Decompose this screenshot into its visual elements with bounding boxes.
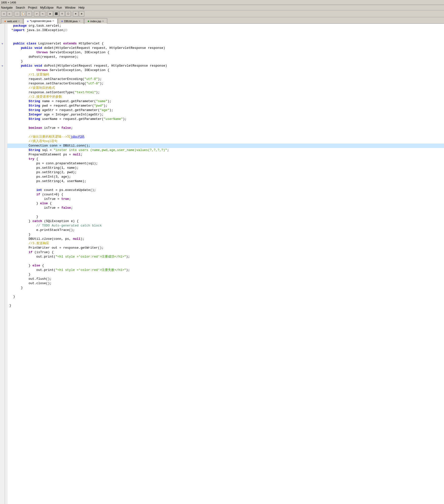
code-line-56: out.print("<h1 style ='color:red'>注册失败</…	[7, 268, 444, 272]
code-line-27: //插入语句sql语句	[7, 139, 444, 144]
code-line-59: out.close();	[7, 281, 444, 286]
tab-loginservlet[interactable]: ◈ *Loginservlet.java ✕	[24, 18, 57, 24]
toolbar-btn-10[interactable]: ▽	[59, 11, 65, 17]
toolbar: ◁ ▷ ⬚ 📋 ✂ ↩ ↪ ▶ ⬛ ▽ ⬡ ⊕ ⊗	[0, 10, 444, 17]
tab-web-xml-icon: ◈	[4, 20, 6, 22]
code-line-10: public void doPost(HttpServletRequest re…	[7, 64, 444, 68]
tab-index-jsp[interactable]: ◈ index.jsp ✕	[84, 18, 107, 24]
code-line-13: request.setCharacterEncoding("utf-8");	[7, 77, 444, 81]
code-editor[interactable]: package org.task.servlet; *import java.i…	[7, 24, 444, 504]
code-line-4	[7, 37, 444, 41]
menu-window[interactable]: Window	[65, 6, 75, 9]
code-line-46: // TODO Auto-generated catch block	[7, 224, 444, 228]
title-text: 1805 × 1406	[1, 1, 16, 4]
toolbar-btn-13[interactable]: ⊗	[79, 11, 84, 17]
code-line-42: isTrue = false;	[7, 206, 444, 210]
toolbar-btn-1[interactable]: ◁	[1, 11, 6, 17]
code-line-53: out.print("<h1 style ='color:red'>注册成功</…	[7, 255, 444, 259]
tab-loginservlet-label: *Loginservlet.java	[30, 19, 51, 22]
code-line-26: //做出注册的相关逻辑-->写jdbc代码	[7, 135, 444, 139]
gutter: ▽ ▽	[0, 24, 5, 504]
menu-bar: Navigate Search Project MyEclipse Run Wi…	[0, 5, 444, 10]
tab-web-xml[interactable]: ◈ web.xml ✕	[1, 18, 23, 24]
code-line-12: //1.设置编码	[7, 73, 444, 77]
code-line-29: String sql = "inster into users (name,pw…	[7, 148, 444, 152]
code-line-47: e.printStackTrace();	[7, 228, 444, 232]
code-line-16: response.setContentType("text/html");	[7, 90, 444, 95]
fold-marker-dopost: ▽	[0, 64, 5, 68]
toolbar-btn-9[interactable]: ⬛	[53, 11, 59, 17]
toolbar-btn-11[interactable]: ⬡	[65, 11, 71, 17]
tab-web-xml-close[interactable]: ✕	[18, 20, 20, 22]
code-line-64: }	[7, 303, 444, 308]
code-line-11: throws ServletException, IOException {	[7, 68, 444, 73]
code-line-60: }	[7, 286, 444, 290]
toolbar-sep-1	[13, 11, 14, 16]
code-line-55: } else {	[7, 263, 444, 268]
toolbar-sep-3	[46, 11, 47, 16]
menu-myeclipse[interactable]: MyEclipse	[40, 6, 54, 9]
code-line-41: } else {	[7, 201, 444, 206]
code-line-8: doPost(request, response);	[7, 55, 444, 59]
code-line-62: }	[7, 295, 444, 299]
tab-loginservlet-close[interactable]: ✕	[52, 20, 54, 22]
fold-marker-class: ▽	[0, 41, 5, 46]
code-line-49: DBUtil.close(conn, ps, null);	[7, 237, 444, 241]
toolbar-btn-4[interactable]: 📋	[20, 11, 26, 17]
code-line-9: }	[7, 59, 444, 64]
code-line-6: public void doGet(HttpServletRequest req…	[7, 46, 444, 50]
menu-project[interactable]: Project	[28, 6, 37, 9]
toolbar-btn-2[interactable]: ▷	[7, 11, 12, 17]
code-line-32: ps = conn.prepareStatement(sql);	[7, 161, 444, 166]
menu-run[interactable]: Run	[56, 6, 62, 9]
code-line-24: boolean isTrue = false;	[7, 126, 444, 130]
breakpoint-gutter	[5, 24, 7, 504]
code-line-3	[7, 33, 444, 37]
code-line-19: String pwd = request.getParameter("pwd")…	[7, 104, 444, 108]
code-line-38: int count = ps.executeUpdate();	[7, 188, 444, 192]
code-line-51: PrintWriter out = response.getWriter();	[7, 246, 444, 250]
code-line-14: response.setCharacterEncoding("utf-8");	[7, 81, 444, 86]
code-line-39: if (count>0) {	[7, 192, 444, 197]
editor-container: ▽ ▽ package org.task.servlet; *import ja…	[0, 24, 444, 504]
tab-bar: ◈ web.xml ✕ ◈ *Loginservlet.java ✕ ◈ DBU…	[0, 17, 444, 24]
title-bar: 1805 × 1406	[0, 0, 444, 5]
tab-dbutil[interactable]: ◈ DBUtil.java ✕	[58, 18, 84, 24]
toolbar-btn-3[interactable]: ⬚	[15, 11, 20, 17]
code-line-63	[7, 299, 444, 303]
toolbar-btn-12[interactable]: ⊕	[73, 11, 78, 17]
code-line-17: //2.接受请求中的参数	[7, 95, 444, 99]
code-line-2: *import java.io.IOException;□	[7, 28, 444, 33]
tab-dbutil-icon: ◈	[61, 20, 63, 22]
toolbar-btn-8[interactable]: ▶	[48, 11, 53, 17]
tab-index-jsp-label: index.jsp	[90, 20, 101, 23]
code-line-21: Integer age = Integer.parseInt(ageStr);	[7, 112, 444, 117]
code-line-5: public class Loginservlet extends HttpSe…	[7, 41, 444, 46]
code-line-31: try {	[7, 157, 444, 161]
menu-search[interactable]: Search	[16, 6, 25, 9]
tab-index-jsp-icon: ◈	[88, 20, 89, 22]
code-line-50: //3.发送响应	[7, 241, 444, 246]
code-line-22: String userName = request.getParameter("…	[7, 117, 444, 121]
code-line-1: package org.task.servlet;	[7, 24, 444, 28]
code-line-23	[7, 121, 444, 126]
code-line-48: }	[7, 232, 444, 237]
code-line-61	[7, 290, 444, 295]
toolbar-sep-2	[33, 11, 33, 16]
code-line-35: ps.setInt(3, age);	[7, 175, 444, 179]
code-line-7: throws ServletException, IOException {	[7, 50, 444, 55]
code-line-57: }	[7, 272, 444, 277]
tab-loginservlet-icon: ◈	[27, 20, 29, 22]
code-line-37	[7, 184, 444, 188]
code-line-44: }	[7, 215, 444, 219]
toolbar-btn-6[interactable]: ↩	[34, 11, 39, 17]
menu-help[interactable]: Help	[78, 6, 85, 9]
menu-navigate[interactable]: Navigate	[1, 6, 13, 9]
toolbar-btn-5[interactable]: ✂	[26, 11, 32, 17]
tab-index-jsp-close[interactable]: ✕	[102, 20, 104, 22]
code-line-20: String ageStr = request.getParameter("ag…	[7, 108, 444, 112]
toolbar-btn-7[interactable]: ↪	[40, 11, 45, 17]
tab-dbutil-close[interactable]: ✕	[79, 20, 81, 22]
code-line-30: PreparedStatement ps = null;	[7, 152, 444, 157]
code-line-18: String name = request.getParameter("name…	[7, 99, 444, 104]
